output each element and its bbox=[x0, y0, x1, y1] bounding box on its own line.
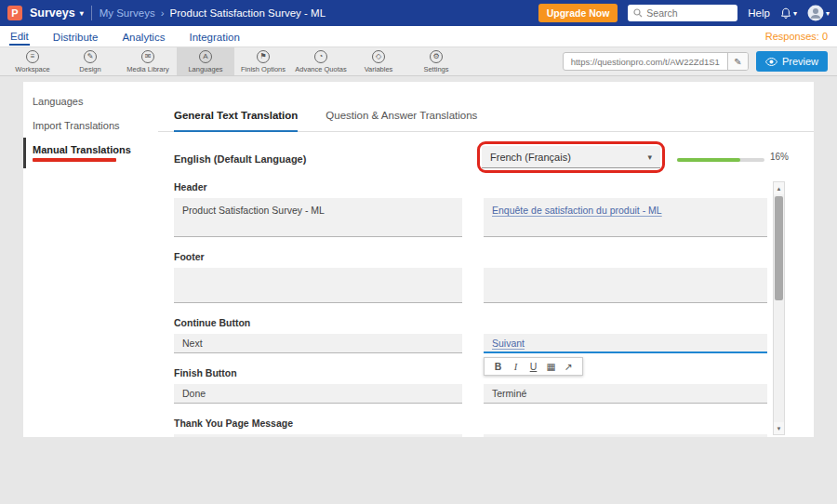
finish-source-input[interactable]: Done bbox=[174, 384, 462, 404]
toolbar-item-workspace[interactable]: ≡ Workspace bbox=[4, 47, 61, 75]
tab-distribute[interactable]: Distribute bbox=[52, 29, 100, 45]
breadcrumb-my-surveys[interactable]: My Surveys bbox=[100, 7, 155, 19]
advance-quotas-icon: ◔ bbox=[314, 50, 327, 63]
toolbar-item-variables[interactable]: ◇ Variables bbox=[350, 47, 407, 75]
notifications-menu[interactable]: ▾ bbox=[780, 7, 797, 20]
questionpro-logo-icon: P bbox=[7, 6, 22, 20]
top-bar: P Surveys ▾ My Surveys › Product Satisfa… bbox=[0, 0, 837, 26]
workspace-icon: ≡ bbox=[26, 50, 39, 63]
field-row-continue-button: Continue Button Next Suivant B I U ▦ ↗ bbox=[158, 317, 814, 353]
translation-progress-fill bbox=[677, 158, 740, 162]
toolbar-item-settings[interactable]: ⚙ Settings bbox=[407, 47, 465, 75]
upgrade-now-button[interactable]: Upgrade Now bbox=[538, 4, 618, 22]
insert-image-button[interactable]: ▦ bbox=[542, 361, 560, 372]
surveys-menu-label: Surveys bbox=[30, 7, 75, 20]
translation-tabs: General Text Translation Question & Answ… bbox=[158, 82, 814, 132]
preview-button[interactable]: Preview bbox=[756, 51, 828, 72]
eye-icon bbox=[765, 58, 777, 66]
search-box[interactable] bbox=[628, 5, 737, 21]
field-label: Footer bbox=[174, 251, 814, 262]
finish-target-input[interactable]: Terminé bbox=[484, 384, 767, 404]
topbar-divider bbox=[91, 6, 92, 20]
topbar-right-group: Upgrade Now Help ▾ ▾ bbox=[538, 4, 830, 22]
responses-count[interactable]: Responses: 0 bbox=[765, 31, 828, 42]
settings-icon: ⚙ bbox=[430, 50, 443, 63]
edit-url-button[interactable]: ✎ bbox=[727, 52, 748, 71]
field-row-header: Header Product Satisfaction Survey - ML … bbox=[158, 181, 814, 237]
italic-button[interactable]: I bbox=[507, 362, 525, 372]
scroll-down-button[interactable]: ▼ bbox=[774, 422, 784, 434]
languages-sidebar: Languages Import Translations Manual Tra… bbox=[23, 82, 158, 437]
toolbar-item-advance-quotas[interactable]: ◔ Advance Quotas bbox=[292, 47, 350, 75]
language-selection-row: English (Default Language) French (Franç… bbox=[158, 147, 814, 171]
breadcrumb-separator: › bbox=[161, 7, 165, 19]
chevron-down-icon: ▾ bbox=[80, 9, 84, 18]
bold-button[interactable]: B bbox=[489, 361, 507, 372]
survey-url[interactable]: https://questionpro.com/t/AW22Zd1S1 bbox=[564, 57, 727, 67]
languages-icon: A bbox=[199, 50, 212, 63]
survey-url-box: https://questionpro.com/t/AW22Zd1S1 ✎ bbox=[563, 52, 749, 71]
tab-general-text-translation[interactable]: General Text Translation bbox=[174, 110, 298, 132]
insert-link-button[interactable]: ↗ bbox=[560, 361, 578, 372]
footer-target-textarea[interactable] bbox=[484, 268, 767, 303]
sidebar-item-languages[interactable]: Languages bbox=[23, 89, 158, 113]
translation-progress-percent: 16% bbox=[770, 152, 789, 162]
finish-options-icon: ⚑ bbox=[257, 50, 270, 63]
underline-button[interactable]: U bbox=[525, 361, 542, 372]
external-link-icon: ↗ bbox=[565, 361, 573, 372]
target-language-value: French (Français) bbox=[490, 152, 571, 163]
chevron-down-icon: ▾ bbox=[647, 153, 652, 162]
tab-analytics[interactable]: Analytics bbox=[121, 29, 166, 45]
annotation-red-underline bbox=[33, 158, 116, 162]
tab-integration[interactable]: Integration bbox=[188, 29, 240, 45]
translation-progress-bar bbox=[677, 158, 764, 162]
target-language-select[interactable]: French (Français) ▾ bbox=[482, 146, 660, 168]
toolbar-right-group: https://questionpro.com/t/AW22Zd1S1 ✎ Pr… bbox=[563, 47, 837, 75]
tab-edit[interactable]: Edit bbox=[9, 28, 30, 46]
tab-question-answer-translations[interactable]: Question & Answer Translations bbox=[326, 110, 477, 131]
search-icon bbox=[633, 8, 643, 18]
source-language-label: English (Default Language) bbox=[174, 153, 306, 165]
main-nav: Edit Distribute Analytics Integration Re… bbox=[0, 26, 837, 47]
variables-icon: ◇ bbox=[372, 50, 385, 63]
bell-icon bbox=[780, 7, 791, 20]
header-target-textarea[interactable]: Enquête de satisfaction du produit - ML bbox=[484, 198, 767, 237]
app-window: P Surveys ▾ My Surveys › Product Satisfa… bbox=[0, 0, 837, 504]
search-input[interactable] bbox=[646, 7, 732, 19]
design-icon: ✎ bbox=[84, 50, 97, 63]
avatar bbox=[807, 5, 824, 21]
field-label: Continue Button bbox=[174, 317, 814, 328]
continue-target-input[interactable]: Suivant bbox=[484, 334, 767, 353]
image-icon: ▦ bbox=[547, 361, 556, 372]
page-title: Product Satisfaction Survey - ML bbox=[170, 7, 326, 19]
help-link[interactable]: Help bbox=[748, 7, 770, 19]
toolbar-item-finish-options[interactable]: ⚑ Finish Options bbox=[234, 47, 292, 75]
sidebar-item-manual-translations[interactable]: Manual Translations bbox=[23, 138, 158, 168]
footer-source-textarea[interactable] bbox=[174, 268, 462, 303]
scrollbar-thumb[interactable] bbox=[775, 196, 783, 300]
field-label: Header bbox=[174, 181, 814, 192]
field-row-footer: Footer bbox=[158, 251, 814, 303]
toolbar-item-media-library[interactable]: ✉ Media Library bbox=[119, 47, 177, 75]
thank-you-source-input[interactable] bbox=[174, 434, 462, 437]
chevron-down-icon: ▾ bbox=[826, 9, 830, 18]
toolbar-item-design[interactable]: ✎ Design bbox=[61, 47, 119, 75]
continue-source-input[interactable]: Next bbox=[174, 334, 462, 353]
thank-you-target-input[interactable] bbox=[484, 434, 767, 437]
field-label: Thank You Page Message bbox=[174, 418, 814, 429]
scrollbar-track[interactable] bbox=[774, 194, 784, 422]
manual-translations-content: General Text Translation Question & Answ… bbox=[158, 82, 814, 437]
pencil-icon: ✎ bbox=[734, 57, 741, 67]
account-menu[interactable]: ▾ bbox=[807, 5, 830, 21]
media-library-icon: ✉ bbox=[141, 50, 154, 63]
content-scrollbar[interactable]: ▲ ▼ bbox=[773, 181, 785, 435]
surveys-menu[interactable]: Surveys ▾ bbox=[30, 7, 84, 20]
header-source-textarea[interactable]: Product Satisfaction Survey - ML bbox=[174, 198, 462, 237]
scroll-up-button[interactable]: ▲ bbox=[774, 182, 784, 194]
sidebar-item-import-translations[interactable]: Import Translations bbox=[23, 113, 158, 138]
toolbar-item-languages[interactable]: A Languages bbox=[177, 47, 234, 75]
format-toolbar: B I U ▦ ↗ bbox=[484, 357, 583, 376]
translation-fields: Header Product Satisfaction Survey - ML … bbox=[158, 181, 814, 437]
chevron-down-icon: ▾ bbox=[793, 9, 797, 18]
breadcrumb: My Surveys › Product Satisfaction Survey… bbox=[100, 7, 326, 19]
